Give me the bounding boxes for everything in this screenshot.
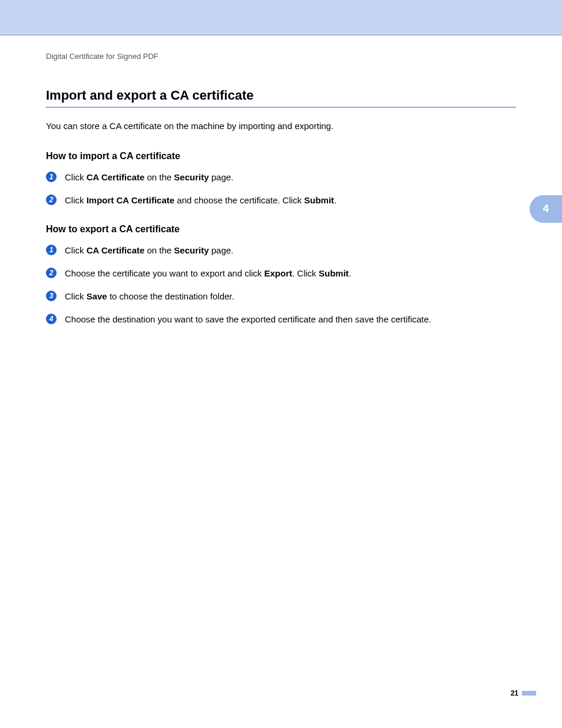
- import-step: 2 Click Import CA Certificate and choose…: [46, 194, 516, 206]
- step-text-bold: Submit: [304, 195, 334, 205]
- export-step: 4 Choose the destination you want to sav…: [46, 313, 516, 325]
- import-heading: How to import a CA certificate: [46, 151, 516, 162]
- step-text-part: Click: [65, 245, 87, 255]
- step-text-part: Click: [65, 195, 87, 205]
- step-text-part: Click: [65, 291, 87, 301]
- export-step: 2 Choose the certificate you want to exp…: [46, 267, 516, 279]
- step-text-part: Choose the certificate you want to expor…: [65, 268, 265, 278]
- intro-paragraph: You can store a CA certificate on the ma…: [46, 121, 516, 131]
- page-number: 21: [511, 689, 518, 697]
- step-text-bold: CA Certificate: [87, 172, 145, 182]
- import-step: 1 Click CA Certificate on the Security p…: [46, 171, 516, 183]
- step-number-icon: 2: [46, 268, 57, 278]
- header-band: [0, 0, 562, 35]
- step-text-bold: Export: [265, 268, 293, 278]
- step-text: Choose the certificate you want to expor…: [65, 267, 516, 279]
- breadcrumb: Digital Certificate for Signed PDF: [46, 52, 516, 61]
- export-step: 3 Click Save to choose the destination f…: [46, 290, 516, 302]
- chapter-tab: 4: [530, 195, 562, 223]
- step-text: Click CA Certificate on the Security pag…: [65, 171, 516, 183]
- page-content: Digital Certificate for Signed PDF Impor…: [0, 35, 562, 325]
- step-text-part: .: [334, 195, 336, 205]
- step-text-part: on the: [144, 245, 174, 255]
- import-section: How to import a CA certificate 1 Click C…: [46, 151, 516, 206]
- footer-accent-bar: [522, 691, 536, 696]
- step-number-icon: 4: [46, 314, 57, 324]
- step-text-part: .: [349, 268, 351, 278]
- step-text: Click CA Certificate on the Security pag…: [65, 244, 516, 256]
- step-number-icon: 3: [46, 291, 57, 301]
- step-text-bold: Security: [174, 172, 209, 182]
- step-text: Choose the destination you want to save …: [65, 313, 516, 325]
- step-number-icon: 1: [46, 172, 57, 182]
- step-text-part: on the: [144, 172, 174, 182]
- export-section: How to export a CA certificate 1 Click C…: [46, 224, 516, 325]
- step-text: Click Save to choose the destination fol…: [65, 290, 516, 302]
- step-text-bold: CA Certificate: [87, 245, 145, 255]
- step-text-part: . Click: [292, 268, 319, 278]
- step-number-icon: 1: [46, 245, 57, 255]
- step-text-bold: Save: [87, 291, 107, 301]
- step-text-part: page.: [209, 172, 234, 182]
- step-text-bold: Submit: [319, 268, 349, 278]
- step-text-bold: Security: [174, 245, 209, 255]
- step-number-icon: 2: [46, 195, 57, 205]
- export-heading: How to export a CA certificate: [46, 224, 516, 235]
- step-text: Click Import CA Certificate and choose t…: [65, 194, 516, 206]
- footer: 21: [511, 689, 536, 697]
- step-text-part: to choose the destination folder.: [107, 291, 234, 301]
- step-text-part: Click: [65, 172, 87, 182]
- step-text-part: page.: [209, 245, 234, 255]
- export-step: 1 Click CA Certificate on the Security p…: [46, 244, 516, 256]
- step-text-bold: Import CA Certificate: [87, 195, 174, 205]
- step-text-part: and choose the certificate. Click: [174, 195, 304, 205]
- page-title: Import and export a CA certificate: [46, 88, 516, 108]
- step-text-part: Choose the destination you want to save …: [65, 314, 431, 324]
